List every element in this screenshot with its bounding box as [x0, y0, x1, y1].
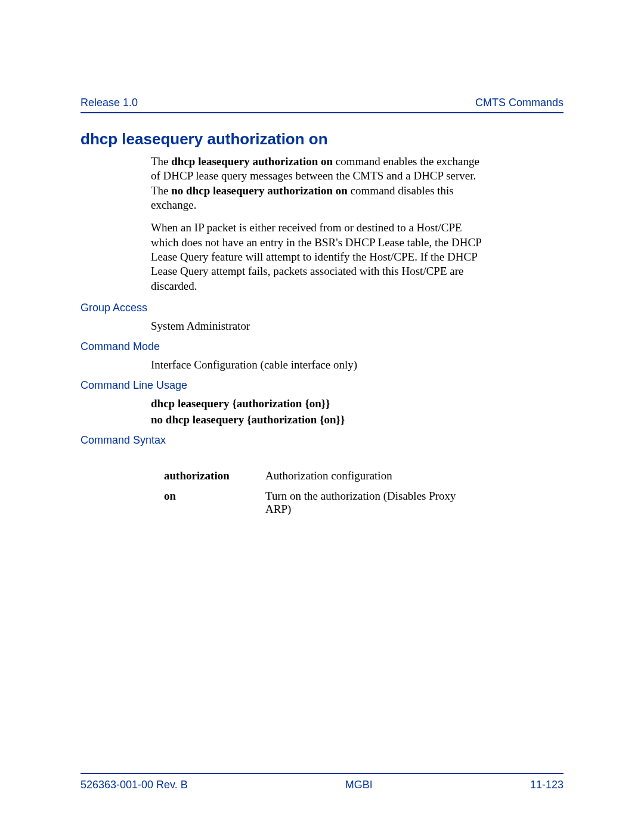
- command-syntax-heading: Command Syntax: [80, 434, 564, 447]
- intro-block: The dhcp leasequery authorization on com…: [151, 154, 485, 293]
- param-name-0: authorization: [164, 469, 265, 482]
- footer-right: 11-123: [530, 779, 564, 791]
- p1-bold-1: dhcp leasequery authorization on: [171, 155, 333, 168]
- footer: 526363-001-00 Rev. B MGBI 11-123: [80, 773, 564, 791]
- usage-line-2: no dhcp leasequery {authorization {on}}: [151, 413, 485, 427]
- p1-bold-2: no dhcp leasequery authorization on: [171, 184, 348, 197]
- footer-row: 526363-001-00 Rev. B MGBI 11-123: [80, 779, 564, 791]
- param-desc-0: Authorization configuration: [265, 469, 456, 482]
- command-line-usage-heading: Command Line Usage: [80, 379, 564, 392]
- intro-paragraph-2: When an IP packet is either received fro…: [151, 221, 485, 293]
- command-mode-value: Interface Configuration (cable interface…: [151, 358, 485, 372]
- usage-line-1: dhcp leasequery {authorization {on}}: [151, 397, 485, 411]
- header-row: Release 1.0 CMTS Commands: [80, 95, 564, 110]
- p1-pre: The: [151, 155, 171, 168]
- command-mode-heading: Command Mode: [80, 340, 564, 353]
- param-name-1: on: [164, 490, 265, 516]
- footer-center: MGBI: [345, 779, 373, 791]
- header-rule: [80, 112, 564, 113]
- page-container: Release 1.0 CMTS Commands dhcp leasequer…: [0, 0, 644, 833]
- intro-paragraph-1: The dhcp leasequery authorization on com…: [151, 154, 485, 212]
- page-title: dhcp leasequery authorization on: [80, 130, 564, 148]
- group-access-heading: Group Access: [80, 302, 564, 314]
- footer-rule: [80, 773, 564, 774]
- footer-left: 526363-001-00 Rev. B: [80, 779, 188, 791]
- header-right: CMTS Commands: [475, 95, 564, 110]
- header-left: Release 1.0: [80, 95, 138, 110]
- param-desc-1: Turn on the authorization (Disables Prox…: [265, 490, 456, 516]
- param-table: authorization Authorization configuratio…: [164, 469, 564, 516]
- group-access-value: System Administrator: [151, 319, 485, 333]
